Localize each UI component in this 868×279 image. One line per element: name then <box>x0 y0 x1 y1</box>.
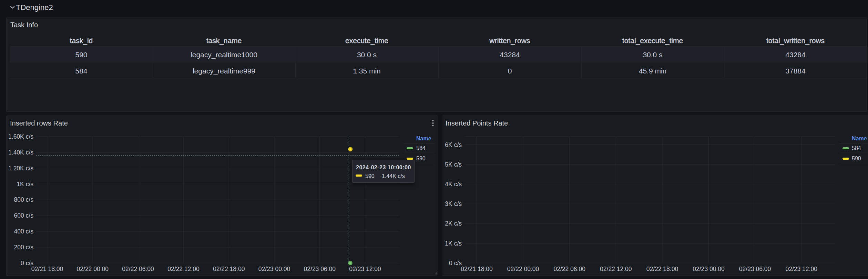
svg-text:02/23 06:00: 02/23 06:00 <box>304 266 336 272</box>
svg-text:3K c/s: 3K c/s <box>445 200 462 207</box>
svg-text:1K c/s: 1K c/s <box>17 181 33 188</box>
svg-text:02/23 00:00: 02/23 00:00 <box>258 266 290 272</box>
svg-text:02/22 12:00: 02/22 12:00 <box>167 266 200 272</box>
svg-text:02/21 18:00: 02/21 18:00 <box>461 266 493 272</box>
svg-text:02/23 12:00: 02/23 12:00 <box>785 266 817 272</box>
svg-text:2K c/s: 2K c/s <box>445 220 462 227</box>
svg-text:6K c/s: 6K c/s <box>445 141 462 148</box>
svg-text:02/22 00:00: 02/22 00:00 <box>77 266 109 272</box>
svg-text:02/23 06:00: 02/23 06:00 <box>739 266 771 272</box>
svg-text:400 c/s: 400 c/s <box>14 228 34 235</box>
svg-text:02/22 00:00: 02/22 00:00 <box>507 266 539 272</box>
svg-text:0 c/s: 0 c/s <box>449 260 462 267</box>
svg-text:200 c/s: 200 c/s <box>14 244 34 251</box>
svg-text:02/22 06:00: 02/22 06:00 <box>553 266 585 272</box>
svg-text:02/22 06:00: 02/22 06:00 <box>122 266 154 272</box>
svg-text:5K c/s: 5K c/s <box>445 161 462 168</box>
svg-text:600 c/s: 600 c/s <box>14 212 34 219</box>
svg-text:1.40K c/s: 1.40K c/s <box>8 149 33 156</box>
svg-text:1.60K c/s: 1.60K c/s <box>8 133 33 140</box>
svg-text:02/21 18:00: 02/21 18:00 <box>31 266 63 272</box>
svg-text:02/23 12:00: 02/23 12:00 <box>349 266 381 272</box>
svg-text:1K c/s: 1K c/s <box>445 240 462 247</box>
svg-text:02/22 18:00: 02/22 18:00 <box>646 266 678 272</box>
svg-text:02/22 18:00: 02/22 18:00 <box>213 266 245 272</box>
svg-text:1.20K c/s: 1.20K c/s <box>8 165 33 172</box>
svg-text:02/23 00:00: 02/23 00:00 <box>693 266 725 272</box>
svg-text:4K c/s: 4K c/s <box>445 181 462 188</box>
svg-text:02/22 12:00: 02/22 12:00 <box>600 266 632 272</box>
svg-text:800 c/s: 800 c/s <box>14 196 34 203</box>
